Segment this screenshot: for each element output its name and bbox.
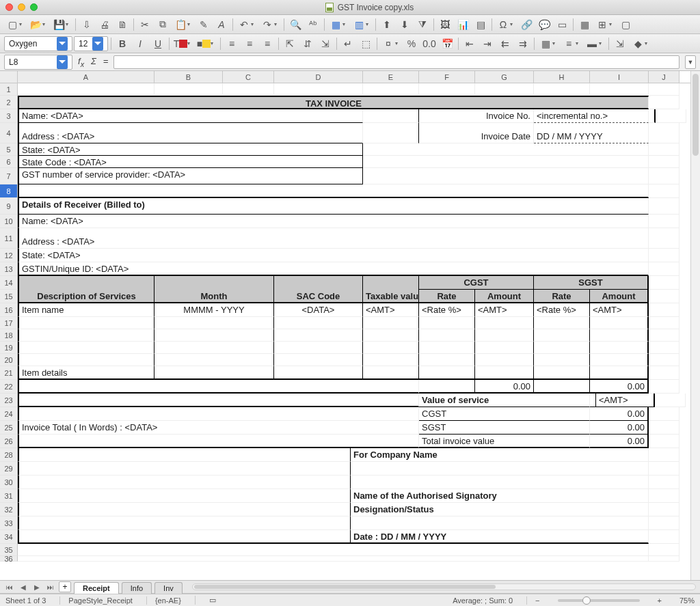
special-char-icon[interactable]: Ω	[495, 17, 511, 32]
highlight-color-icon[interactable]: ■	[196, 36, 212, 51]
italic-icon[interactable]: I	[132, 36, 148, 51]
close-icon[interactable]	[5, 3, 13, 11]
row-icon[interactable]: ▦	[327, 17, 344, 32]
font-color-icon[interactable]: T	[172, 36, 189, 51]
headers-icon[interactable]: ▭	[554, 17, 570, 32]
cut-icon[interactable]: ✂	[137, 17, 153, 32]
dropdown-icon[interactable]: ▾	[251, 21, 256, 27]
formula-expand-icon[interactable]: ▼	[685, 55, 696, 69]
window-icon[interactable]: ▢	[617, 17, 634, 32]
titlebar: GST Invoice copy.xls	[0, 0, 700, 15]
sort-asc-icon[interactable]: ⬆	[379, 17, 395, 32]
clear-format-icon[interactable]: A	[213, 17, 230, 32]
decrease-indent-icon[interactable]: ⇤	[461, 36, 478, 51]
minimize-icon[interactable]	[18, 3, 25, 11]
function-wizard-icon[interactable]: fx	[78, 56, 84, 68]
underline-icon[interactable]: U	[150, 36, 166, 51]
sort-desc-icon[interactable]: ⬇	[396, 17, 413, 32]
dropdown-icon[interactable]: ▾	[42, 21, 48, 27]
font-name-combo[interactable]: Oxygen	[4, 36, 72, 51]
dropdown-icon[interactable]	[57, 37, 68, 51]
sum-icon[interactable]: Σ	[91, 56, 96, 68]
align-middle-icon[interactable]: ⇵	[299, 36, 316, 51]
cond-format-icon[interactable]: ◆	[630, 36, 646, 51]
paste-icon[interactable]: 📋	[172, 17, 189, 32]
dropdown-icon[interactable]: ▾	[211, 40, 216, 46]
find-icon[interactable]: 🔍	[287, 17, 304, 32]
dropdown-icon[interactable]: ▾	[576, 40, 581, 46]
bold-icon[interactable]: B	[114, 36, 131, 51]
print-icon[interactable]: 🖨	[96, 17, 113, 32]
wrap-icon[interactable]: ↵	[340, 36, 356, 51]
align-right-icon[interactable]: ≡	[259, 36, 275, 51]
indent-r-icon[interactable]: ⇉	[515, 36, 531, 51]
font-size-value: 12	[79, 39, 88, 49]
borders-icon[interactable]: ▦	[537, 36, 554, 51]
hyperlink-icon[interactable]: 🔗	[518, 17, 535, 32]
standard-toolbar: ▢▾ 📂▾ 💾▾ ⇩ 🖨 🗎 ✂ ⧉ 📋▾ ✎ A ↶▾ ↷▾ 🔍 ᴬᵇ ▦▾ …	[0, 15, 700, 34]
copy-icon[interactable]: ⧉	[154, 17, 171, 32]
open-icon[interactable]: 📂	[27, 17, 44, 32]
name-box[interactable]: L8	[4, 55, 72, 70]
pivot-icon[interactable]: ▤	[472, 17, 489, 32]
dropdown-icon[interactable]: ▾	[599, 40, 604, 46]
autofit-icon[interactable]: ⇲	[612, 36, 628, 51]
formula-bar: L8 fx Σ = ▼	[0, 53, 700, 71]
dropdown-icon[interactable]: ▾	[274, 21, 280, 27]
document-icon	[325, 3, 334, 12]
border-style-icon[interactable]: ≡	[561, 36, 577, 51]
date-icon[interactable]: 📅	[439, 36, 455, 51]
font-size-combo[interactable]: 12	[74, 36, 108, 51]
dropdown-icon[interactable]: ▾	[609, 21, 615, 27]
image-icon[interactable]: 🖼	[437, 17, 453, 32]
dropdown-icon[interactable]: ▾	[187, 21, 193, 27]
dropdown-icon[interactable]: ▾	[366, 21, 371, 27]
font-name-value: Oxygen	[9, 39, 37, 49]
align-top-icon[interactable]: ⇱	[282, 36, 298, 51]
chart-icon[interactable]: 📊	[455, 17, 471, 32]
dropdown-icon[interactable]: ▾	[19, 21, 25, 27]
indent-l-icon[interactable]: ⇇	[497, 36, 513, 51]
dropdown-icon[interactable]: ▾	[510, 21, 515, 27]
new-icon[interactable]: ▢	[4, 17, 21, 32]
align-center-icon[interactable]: ≡	[241, 36, 258, 51]
merge-icon[interactable]: ⬚	[358, 36, 374, 51]
align-bottom-icon[interactable]: ⇲	[317, 36, 334, 51]
window-controls	[5, 3, 38, 11]
dropdown-icon[interactable]: ▾	[645, 40, 650, 46]
dropdown-icon[interactable]: ▾	[552, 40, 558, 46]
dropdown-icon[interactable]: ▾	[187, 40, 193, 46]
comment-icon[interactable]: 💬	[536, 17, 552, 32]
border-color-icon[interactable]: ▬	[584, 36, 600, 51]
formula-input[interactable]	[113, 55, 679, 69]
dropdown-icon[interactable]: ▾	[395, 40, 401, 46]
number-icon[interactable]: 0.0	[421, 36, 438, 51]
clone-format-icon[interactable]: ✎	[196, 17, 212, 32]
autofilter-icon[interactable]: ⧩	[414, 17, 431, 32]
print-preview-icon[interactable]: 🗎	[114, 17, 131, 32]
maximize-icon[interactable]	[30, 3, 38, 11]
spellcheck-icon[interactable]: ᴬᵇ	[305, 17, 321, 32]
increase-indent-icon[interactable]: ⇥	[479, 36, 496, 51]
freeze-icon[interactable]: ▦	[576, 17, 593, 32]
equals-icon[interactable]: =	[103, 56, 109, 68]
cell-reference: L8	[9, 57, 18, 67]
dropdown-icon[interactable]	[57, 55, 68, 69]
save-icon[interactable]: 💾	[51, 17, 67, 32]
window-title: GST Invoice copy.xls	[338, 3, 414, 12]
split-icon[interactable]: ⊞	[594, 17, 610, 32]
undo-icon[interactable]: ↶	[236, 17, 252, 32]
dropdown-icon[interactable]: ▾	[66, 21, 71, 27]
export-pdf-icon[interactable]: ⇩	[79, 17, 95, 32]
redo-icon[interactable]: ↷	[259, 17, 275, 32]
formatting-toolbar: Oxygen 12 B I U T▾ ■▾ ≡ ≡ ≡ ⇱ ⇵ ⇲ ↵ ⬚ ¤▾…	[0, 34, 700, 53]
currency-icon[interactable]: ¤	[380, 36, 396, 51]
column-icon[interactable]: ▥	[351, 17, 367, 32]
percent-icon[interactable]: %	[403, 36, 420, 51]
dropdown-icon[interactable]: ▾	[342, 21, 348, 27]
dropdown-icon[interactable]	[92, 37, 103, 51]
align-left-icon[interactable]: ≡	[224, 36, 240, 51]
